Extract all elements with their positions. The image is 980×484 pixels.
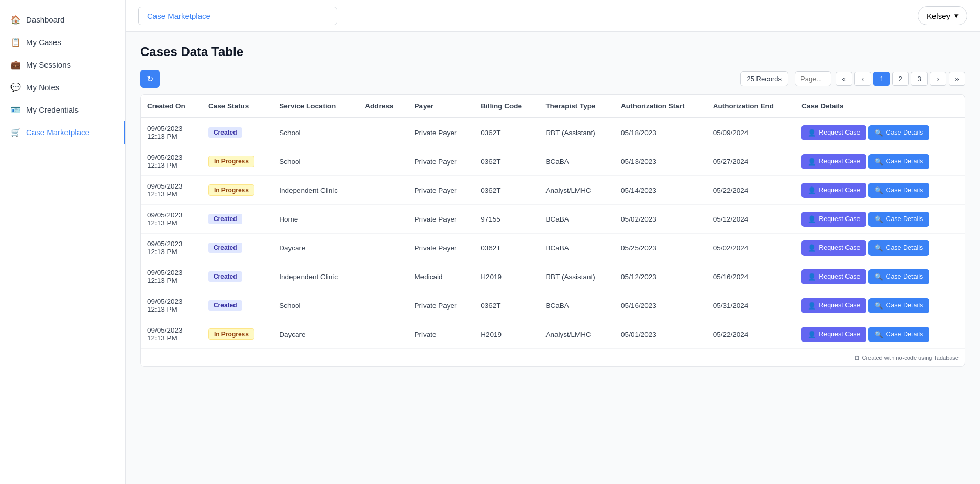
col-auth-end: Authorization End [707,95,795,118]
cell-therapist-type: BCaBA [539,147,615,176]
case-details-button[interactable]: 🔍 Case Details [868,212,929,227]
pagination-page-2[interactable]: 2 [892,72,909,86]
details-icon: 🔍 [875,302,883,310]
request-label: Request Case [819,158,860,165]
sidebar-item-label: My Cases [26,38,61,47]
details-icon: 🔍 [875,331,883,338]
cell-therapist-type: RBT (Assistant) [539,262,615,291]
request-case-button[interactable]: 👤 Request Case [801,240,866,256]
sidebar-item-label: My Notes [26,83,59,92]
cell-address [359,320,408,349]
cell-created-on: 09/05/202312:13 PM [141,147,202,176]
details-label: Case Details [886,186,923,194]
request-case-button[interactable]: 👤 Request Case [801,125,866,140]
table-header-row: Created On Case Status Service Location … [141,95,965,118]
case-details-button[interactable]: 🔍 Case Details [868,327,929,342]
cell-auth-start: 05/25/2023 [615,234,707,262]
cell-address [359,262,408,291]
request-case-button[interactable]: 👤 Request Case [801,269,866,284]
cell-auth-end: 05/22/2024 [707,176,795,205]
col-therapist-type: Therapist Type [539,95,615,118]
details-label: Case Details [886,331,923,338]
request-case-button[interactable]: 👤 Request Case [801,183,866,198]
request-icon: 👤 [808,331,816,338]
cell-actions: 👤 Request Case 🔍 Case Details [795,234,965,262]
cell-auth-end: 05/27/2024 [707,147,795,176]
request-label: Request Case [819,186,860,194]
cell-address [359,147,408,176]
cell-service-location: School [273,291,359,320]
header: Case Marketplace Kelsey ▾ [126,0,980,32]
request-case-button[interactable]: 👤 Request Case [801,212,866,227]
cell-payer: Private Payer [408,205,474,234]
sidebar-item-my-sessions[interactable]: 💼 My Sessions [0,53,125,76]
cell-auth-end: 05/09/2024 [707,118,795,147]
cases-table: Created On Case Status Service Location … [141,95,965,349]
sidebar-item-my-cases[interactable]: 📋 My Cases [0,31,125,53]
case-details-button[interactable]: 🔍 Case Details [868,298,929,313]
cell-service-location: Independent Clinic [273,262,359,291]
cell-therapist-type: BCaBA [539,291,615,320]
cell-payer: Private Payer [408,176,474,205]
cell-service-location: Independent Clinic [273,176,359,205]
cell-payer: Private Payer [408,147,474,176]
case-details-button[interactable]: 🔍 Case Details [868,154,929,169]
cell-actions: 👤 Request Case 🔍 Case Details [795,320,965,349]
pagination-page-3[interactable]: 3 [911,72,928,86]
sidebar-item-dashboard[interactable]: 🏠 Dashboard [0,8,125,31]
status-badge: Created [208,127,242,138]
request-label: Request Case [819,215,860,223]
pagination-last-button[interactable]: » [949,72,965,86]
pagination-prev-button[interactable]: ‹ [854,72,871,86]
sidebar-item-my-credentials[interactable]: 🪪 My Credentials [0,98,125,121]
main-content: Case Marketplace Kelsey ▾ Cases Data Tab… [126,0,980,484]
sidebar-item-case-marketplace[interactable]: 🛒 Case Marketplace [0,121,125,144]
pagination-page-1[interactable]: 1 [873,72,890,86]
pagination-next-button[interactable]: › [930,72,946,86]
footer-note: 🗒 Created with no-code using Tadabase [141,349,965,366]
cell-therapist-type: Analyst/LMHC [539,176,615,205]
cell-therapist-type: BCaBA [539,205,615,234]
chevron-down-icon: ▾ [954,11,959,20]
request-case-button[interactable]: 👤 Request Case [801,154,866,169]
dashboard-icon: 🏠 [10,15,21,25]
status-badge: Created [208,300,242,311]
table-row: 09/05/202312:13 PM In Progress School Pr… [141,147,965,176]
details-icon: 🔍 [875,129,883,137]
request-case-button[interactable]: 👤 Request Case [801,298,866,313]
user-dropdown[interactable]: Kelsey ▾ [918,6,967,25]
case-details-button[interactable]: 🔍 Case Details [868,240,929,256]
col-created-on: Created On [141,95,202,118]
cell-case-status: Created [202,234,273,262]
case-details-button[interactable]: 🔍 Case Details [868,125,929,140]
cell-actions: 👤 Request Case 🔍 Case Details [795,291,965,320]
request-icon: 👤 [808,158,816,166]
case-details-button[interactable]: 🔍 Case Details [868,183,929,198]
details-icon: 🔍 [875,158,883,166]
case-details-button[interactable]: 🔍 Case Details [868,269,929,284]
cell-created-on: 09/05/202312:13 PM [141,176,202,205]
request-icon: 👤 [808,129,816,137]
col-case-status: Case Status [202,95,273,118]
status-badge: Created [208,243,242,253]
cell-therapist-type: Analyst/LMHC [539,320,615,349]
cell-service-location: School [273,118,359,147]
request-icon: 👤 [808,302,816,310]
my-sessions-icon: 💼 [10,60,21,70]
cell-payer: Medicaid [408,262,474,291]
cell-auth-end: 05/16/2024 [707,262,795,291]
cell-created-on: 09/05/202312:13 PM [141,262,202,291]
details-label: Case Details [886,302,923,309]
pagination-first-button[interactable]: « [836,72,852,86]
cell-created-on: 09/05/202312:13 PM [141,234,202,262]
page-input[interactable] [795,71,831,86]
refresh-button[interactable]: ↻ [140,70,160,88]
sidebar: 🏠 Dashboard📋 My Cases💼 My Sessions💬 My N… [0,0,126,484]
details-icon: 🔍 [875,244,883,252]
cell-case-status: Created [202,291,273,320]
request-case-button[interactable]: 👤 Request Case [801,327,866,342]
cell-actions: 👤 Request Case 🔍 Case Details [795,147,965,176]
cell-address [359,291,408,320]
cell-case-status: Created [202,262,273,291]
sidebar-item-my-notes[interactable]: 💬 My Notes [0,76,125,98]
